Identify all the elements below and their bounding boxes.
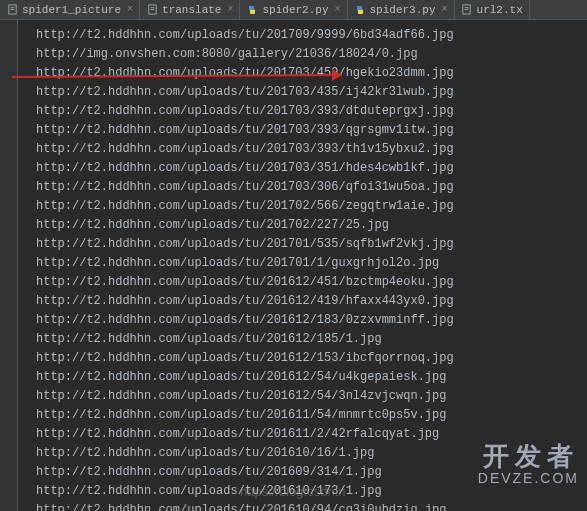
tab-label: url2.tx xyxy=(477,4,523,16)
file-icon xyxy=(6,4,18,16)
editor-line: http://t2.hddhhn.com/uploads/tu/201612/1… xyxy=(22,330,587,349)
editor-line: http://t2.hddhhn.com/uploads/tu/201701/1… xyxy=(22,254,587,273)
editor-line: http://t2.hddhhn.com/uploads/tu/201703/3… xyxy=(22,140,587,159)
editor-line: http://t2.hddhhn.com/uploads/tu/201612/1… xyxy=(22,349,587,368)
close-icon[interactable]: × xyxy=(442,4,448,15)
editor-line: http://t2.hddhhn.com/uploads/tu/201703/3… xyxy=(22,102,587,121)
editor-line: http://t2.hddhhn.com/uploads/tu/201612/1… xyxy=(22,311,587,330)
tab-label: spider2.py xyxy=(262,4,328,16)
close-icon[interactable]: × xyxy=(127,4,133,15)
watermark-sub: DEVZE.COM xyxy=(478,471,579,486)
editor-line: http://t2.hddhhn.com/uploads/tu/201610/9… xyxy=(22,501,587,511)
editor-line: http://t2.hddhhn.com/uploads/tu/201709/9… xyxy=(22,26,587,45)
editor-tabs: spider1_picture × translate × spider2.py… xyxy=(0,0,587,20)
editor-line: http://t2.hddhhn.com/uploads/tu/201703/3… xyxy=(22,178,587,197)
tab-spider1-picture[interactable]: spider1_picture × xyxy=(0,0,140,19)
editor-line: http://t2.hddhhn.com/uploads/tu/201612/4… xyxy=(22,273,587,292)
tab-spider3[interactable]: spider3.py × xyxy=(348,0,455,19)
editor-line: http://t2.hddhhn.com/uploads/tu/201702/2… xyxy=(22,216,587,235)
csdn-watermark: https://blog.csdn.n xyxy=(240,484,346,499)
editor-line: http://t2.hddhhn.com/uploads/tu/201612/5… xyxy=(22,368,587,387)
tab-label: translate xyxy=(162,4,221,16)
editor-line: http://t2.hddhhn.com/uploads/tu/201703/4… xyxy=(22,64,587,83)
watermark-main: 开发者 xyxy=(478,442,579,471)
editor-line: http://t2.hddhhn.com/uploads/tu/201703/4… xyxy=(22,83,587,102)
watermark: 开发者 DEVZE.COM xyxy=(478,442,579,486)
python-icon xyxy=(354,4,366,16)
tab-url2[interactable]: url2.tx xyxy=(455,0,530,19)
editor-line: http://t2.hddhhn.com/uploads/tu/201612/5… xyxy=(22,387,587,406)
tab-label: spider3.py xyxy=(370,4,436,16)
editor-line: http://t2.hddhhn.com/uploads/tu/201703/3… xyxy=(22,121,587,140)
tab-label: spider1_picture xyxy=(22,4,121,16)
editor-gutter xyxy=(0,20,18,511)
editor-line: http://t2.hddhhn.com/uploads/tu/201703/3… xyxy=(22,159,587,178)
file-icon xyxy=(461,4,473,16)
editor-line: http://img.onvshen.com:8080/gallery/2103… xyxy=(22,45,587,64)
editor-line: http://t2.hddhhn.com/uploads/tu/201612/4… xyxy=(22,292,587,311)
editor-line: http://t2.hddhhn.com/uploads/tu/201702/5… xyxy=(22,197,587,216)
editor-line: http://t2.hddhhn.com/uploads/tu/201611/5… xyxy=(22,406,587,425)
python-icon xyxy=(246,4,258,16)
close-icon[interactable]: × xyxy=(335,4,341,15)
tab-spider2[interactable]: spider2.py × xyxy=(240,0,347,19)
text-editor[interactable]: http://t2.hddhhn.com/uploads/tu/201709/9… xyxy=(0,20,587,511)
tab-translate[interactable]: translate × xyxy=(140,0,240,19)
file-icon xyxy=(146,4,158,16)
editor-line: http://t2.hddhhn.com/uploads/tu/201701/5… xyxy=(22,235,587,254)
close-icon[interactable]: × xyxy=(227,4,233,15)
